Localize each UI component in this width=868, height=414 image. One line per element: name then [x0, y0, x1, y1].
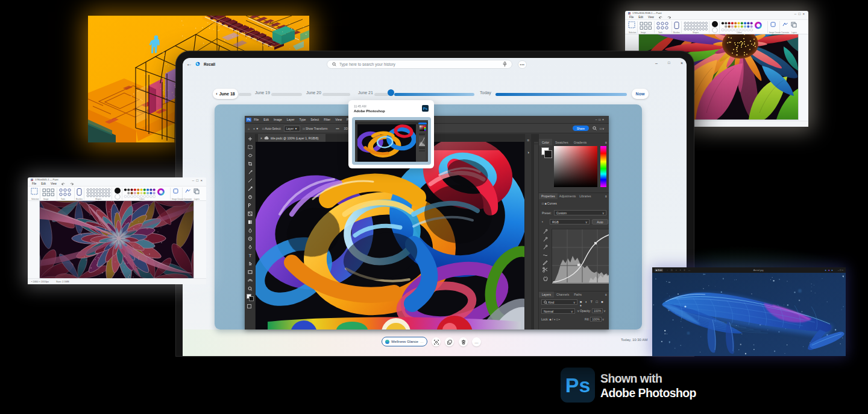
svg-text:Tools: Tools — [658, 31, 663, 34]
svg-text:Selection: Selection — [31, 198, 39, 200]
svg-text:Brushes: Brushes — [76, 198, 83, 200]
svg-text:Shapes: Shapes — [693, 31, 699, 34]
svg-text:Image: Image — [641, 31, 646, 34]
svg-text:Layers: Layers — [194, 198, 200, 200]
svg-text:Tools: Tools — [61, 198, 66, 200]
svg-text:Colors: Colors — [737, 31, 742, 34]
svg-text:Selection: Selection — [629, 31, 637, 34]
svg-text:Image Creator: Image Creator — [769, 31, 781, 34]
svg-text:Shapes: Shapes — [95, 198, 102, 200]
svg-text:Colors: Colors — [139, 198, 145, 200]
svg-text:Cocreator: Cocreator — [184, 198, 192, 200]
svg-text:Image Creator: Image Creator — [172, 198, 183, 200]
svg-text:Brushes: Brushes — [673, 31, 681, 34]
svg-text:T: T — [249, 253, 252, 258]
svg-text:Layers: Layers — [791, 31, 797, 34]
svg-text:Cocreator: Cocreator — [781, 31, 789, 34]
svg-text:Image: Image — [43, 198, 49, 200]
